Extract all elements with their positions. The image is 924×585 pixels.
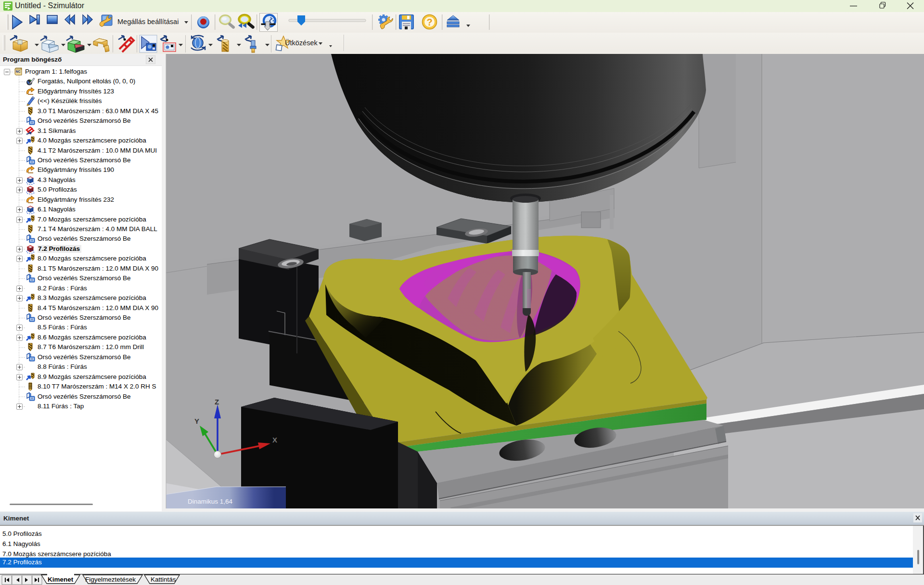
svg-text:X: X <box>272 436 277 444</box>
svg-text:Figyelmeztetések: Figyelmeztetések <box>85 576 136 583</box>
svg-text:Kimenet: Kimenet <box>48 576 74 583</box>
svg-text:Z: Z <box>215 398 219 406</box>
svg-text:Y: Y <box>194 417 199 425</box>
svg-text:Dinamikus 1,64: Dinamikus 1,64 <box>188 498 233 505</box>
svg-text:Kattintás: Kattintás <box>151 576 176 583</box>
svg-text:?: ? <box>426 17 432 27</box>
